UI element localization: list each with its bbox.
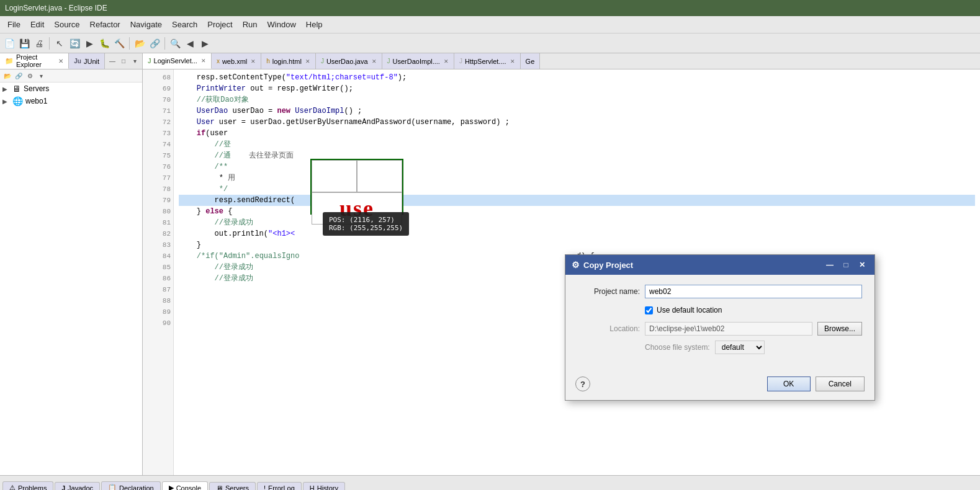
panel-menu-btn[interactable]: ▾ <box>130 56 140 66</box>
code-line-81: */ <box>179 184 975 195</box>
build-btn[interactable]: 🔨 <box>112 37 126 50</box>
maximize-panel-btn[interactable]: □ <box>119 56 128 66</box>
link-editor-btn[interactable]: 🔗 <box>14 71 24 81</box>
copy-project-dialog[interactable]: ⚙ Copy Project — □ ✕ Project name: Use d… <box>565 254 875 401</box>
code-line-80: * 用 <box>179 172 975 184</box>
menu-project[interactable]: Project <box>202 17 237 32</box>
project-explorer-close[interactable]: ✕ <box>58 58 63 65</box>
dialog-close-btn[interactable]: ✕ <box>856 259 868 271</box>
dialog-maximize-btn[interactable]: □ <box>840 259 852 271</box>
popup-cell-tr <box>357 160 402 192</box>
dialog-minimize-btn[interactable]: — <box>824 259 836 271</box>
panel-toolbar: 📂 🔗 ⚙ ▾ <box>0 69 142 82</box>
history-label: History <box>317 484 338 490</box>
left-panel: 📁 Project Explorer ✕ Ju JUnit — □ ▾ 📂 🔗 … <box>0 53 143 475</box>
problems-label: Problems <box>18 484 47 491</box>
browse-btn[interactable]: Browse... <box>817 322 862 336</box>
ok-btn[interactable]: OK <box>767 376 811 391</box>
servers-bottom-icon: 🖥 <box>216 484 223 490</box>
dialog-title-text: Copy Project <box>583 261 820 270</box>
cursor-btn[interactable]: ↖ <box>53 37 66 50</box>
errorlog-label: ErrorLog <box>268 484 295 490</box>
collapse-all-btn[interactable]: 📂 <box>2 71 12 81</box>
menu-navigate[interactable]: Navigate <box>125 17 167 32</box>
tab-userdaoimpl-close[interactable]: ✕ <box>444 58 449 65</box>
menu-window[interactable]: Window <box>263 17 301 32</box>
tab-webxml[interactable]: x web.xml ✕ <box>212 53 261 69</box>
menu-help[interactable]: Help <box>301 17 328 32</box>
help-btn[interactable]: ? <box>575 376 590 391</box>
tab-loginhtml[interactable]: h login.html ✕ <box>261 53 316 69</box>
refresh-btn[interactable]: 🔄 <box>68 37 81 50</box>
link-btn[interactable]: 🔗 <box>148 37 161 50</box>
code-line-82: resp.sendRedirect( <box>179 195 975 206</box>
code-line-69: PrintWriter out = resp.getWriter(); <box>179 83 975 94</box>
code-line-71: //获取Dao对象 <box>179 94 975 105</box>
print-btn[interactable]: 🖨 <box>32 37 46 50</box>
tab-loginhtml-close[interactable]: ✕ <box>305 58 310 65</box>
project-name-row: Project name: <box>578 285 862 298</box>
filesystem-select[interactable]: default <box>715 341 765 354</box>
bottom-tab-servers[interactable]: 🖥 Servers <box>209 482 256 490</box>
console-icon: ▶ <box>169 484 174 490</box>
tree-item-servers[interactable]: ▶ 🖥 Servers <box>0 82 142 95</box>
panel-tab-junit[interactable]: Ju JUnit <box>69 53 105 69</box>
tab-webxml-label: web.xml <box>222 58 247 65</box>
title-bar: LoginServlet.java - Eclipse IDE <box>0 0 980 16</box>
menu-run[interactable]: Run <box>238 17 263 32</box>
project-explorer-icon: 📁 <box>5 57 14 65</box>
panel-view-btn[interactable]: ▾ <box>36 71 46 81</box>
code-line-72: UserDao userDao = new UserDaoImpl() ; <box>179 105 975 117</box>
bottom-tab-problems[interactable]: ⚠ Problems <box>2 481 53 490</box>
tree-item-webo1[interactable]: ▶ 🌐 webo1 <box>0 95 142 107</box>
bottom-tab-console[interactable]: ▶ Console <box>162 481 208 490</box>
use-default-checkbox[interactable] <box>645 306 653 314</box>
menu-refactor[interactable]: Refactor <box>85 17 125 32</box>
tab-httpservlet[interactable]: J HttpServlet.... ✕ <box>454 53 521 69</box>
tab-loginservlet[interactable]: J LoginServlet... ✕ <box>143 53 212 69</box>
location-input[interactable] <box>645 322 812 336</box>
tab-webxml-close[interactable]: ✕ <box>251 58 256 65</box>
menu-source[interactable]: Source <box>49 17 84 32</box>
panel-tab-project-explorer[interactable]: 📁 Project Explorer ✕ <box>0 53 69 69</box>
code-line-76: if(user <box>179 128 975 139</box>
menu-file[interactable]: File <box>2 17 25 32</box>
dialog-body: Project name: Use default location Locat… <box>565 275 874 372</box>
run-btn[interactable]: ▶ <box>83 37 96 50</box>
bottom-tab-errorlog[interactable]: ! ErrorLog <box>257 482 302 490</box>
menu-search[interactable]: Search <box>167 17 202 32</box>
tab-loginservlet-icon: J <box>148 58 151 65</box>
cancel-btn[interactable]: Cancel <box>816 376 865 391</box>
bottom-tab-javadoc[interactable]: J Javadoc <box>55 482 100 490</box>
panel-tab-actions: — □ ▾ <box>105 53 142 69</box>
editor-popup: use <box>310 159 403 215</box>
tab-loginservlet-close[interactable]: ✕ <box>201 58 206 64</box>
code-line-83: } else { <box>179 206 975 217</box>
tab-userdao-close[interactable]: ✕ <box>372 58 377 65</box>
debug-btn[interactable]: 🐛 <box>97 37 111 50</box>
dialog-titlebar: ⚙ Copy Project — □ ✕ <box>565 255 874 275</box>
location-label: Location: <box>578 324 640 333</box>
sep2 <box>129 37 130 50</box>
forward-btn[interactable]: ▶ <box>198 37 212 50</box>
minimize-panel-btn[interactable]: — <box>107 56 117 66</box>
code-line-85: out.println("<h1>< <box>179 228 975 239</box>
tab-userdao[interactable]: J UserDao.java ✕ <box>316 53 382 69</box>
dialog-footer: ? OK Cancel <box>565 372 874 400</box>
new-btn[interactable]: 📄 <box>2 37 16 50</box>
tab-httpservlet-close[interactable]: ✕ <box>510 58 515 65</box>
tab-userdaoimpl[interactable]: J UserDaoImpl.... ✕ <box>382 53 454 69</box>
bottom-tab-history[interactable]: H History <box>303 482 345 490</box>
editor-tabs: J LoginServlet... ✕ x web.xml ✕ h login.… <box>143 53 980 69</box>
tab-ge[interactable]: Ge <box>521 53 541 69</box>
save-btn[interactable]: 💾 <box>17 37 31 50</box>
search-btn[interactable]: 🔍 <box>168 37 182 50</box>
code-line-84: //登录成功 <box>179 217 975 228</box>
panel-settings-btn[interactable]: ⚙ <box>25 71 35 81</box>
bottom-tab-declaration[interactable]: 📋 Declaration <box>101 481 161 490</box>
back-btn[interactable]: ◀ <box>183 37 197 50</box>
menu-edit[interactable]: Edit <box>25 17 49 32</box>
open-btn[interactable]: 📂 <box>133 37 146 50</box>
project-name-input[interactable] <box>645 285 862 298</box>
use-default-label[interactable]: Use default location <box>657 306 722 314</box>
